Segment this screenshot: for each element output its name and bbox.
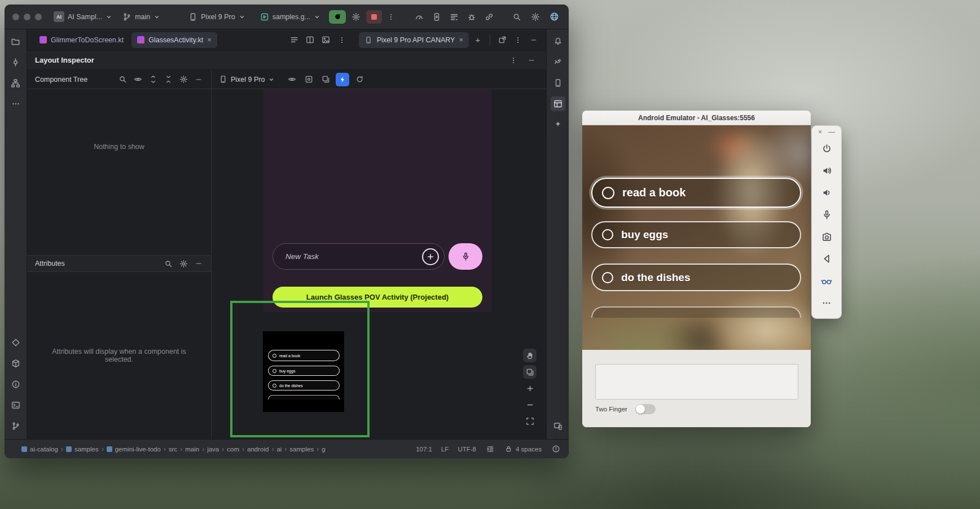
apply-changes-icon[interactable] — [349, 10, 363, 24]
checkbox-circle-icon[interactable] — [602, 187, 614, 199]
panel-kebab-icon[interactable] — [507, 54, 520, 67]
rerun-button[interactable] — [329, 10, 346, 24]
globe-icon[interactable] — [547, 10, 561, 24]
view-options-eye-icon[interactable] — [285, 73, 298, 86]
search-icon[interactable] — [116, 73, 129, 86]
breadcrumb-item[interactable]: com — [226, 446, 240, 453]
preview-image-icon[interactable] — [319, 33, 333, 47]
commit-icon[interactable] — [8, 55, 23, 69]
problems-icon[interactable] — [8, 377, 23, 392]
expand-all-icon[interactable] — [146, 73, 160, 86]
breadcrumb-item[interactable]: samples — [65, 446, 100, 453]
project-widget[interactable]: AI AI Sampl... — [51, 8, 115, 25]
snapshot-icon[interactable] — [302, 73, 315, 86]
running-devices-icon[interactable] — [551, 419, 565, 433]
device-explorer-icon[interactable] — [430, 10, 443, 24]
add-task-button[interactable] — [422, 248, 439, 265]
breadcrumb-item[interactable]: ai-catalog — [20, 446, 59, 453]
process-selector[interactable]: Pixel 9 Pro — [218, 73, 275, 86]
minimize-window-button[interactable] — [24, 14, 30, 20]
structure-icon[interactable] — [8, 76, 23, 90]
breadcrumb-item[interactable]: android — [246, 446, 270, 453]
indent-widget[interactable]: 4 spaces — [504, 445, 542, 453]
terminal-icon[interactable] — [8, 398, 23, 413]
settings-gear-icon[interactable] — [529, 10, 542, 24]
error-indicator-icon[interactable] — [551, 444, 561, 454]
services-icon[interactable] — [8, 335, 23, 350]
emulator-titlebar[interactable]: Android Emulator - AI_Glasses:5556 — [582, 111, 811, 125]
breadcrumb-item[interactable]: ai — [275, 446, 283, 453]
version-control-icon[interactable] — [8, 419, 23, 433]
zoom-in-icon[interactable] — [523, 381, 537, 395]
checkbox-circle-icon[interactable] — [602, 272, 613, 283]
breadcrumb-item[interactable]: main — [184, 446, 200, 453]
refresh-icon[interactable] — [353, 73, 366, 86]
close-window-button[interactable] — [12, 14, 19, 20]
breadcrumb-item[interactable]: g — [320, 446, 326, 453]
notifications-bell-icon[interactable] — [551, 34, 565, 49]
hide-tree-icon[interactable] — [192, 73, 205, 86]
gradle-icon[interactable] — [551, 55, 565, 69]
close-tab-icon[interactable]: × — [207, 36, 212, 43]
component-tree-panel[interactable]: Nothing to show — [27, 89, 211, 255]
minimize-icon[interactable]: — — [828, 128, 835, 136]
run-options-kebab-icon[interactable] — [384, 10, 398, 24]
filter-eye-icon[interactable] — [131, 73, 144, 86]
power-button-icon[interactable] — [816, 138, 837, 160]
tree-settings-gear-icon[interactable] — [177, 73, 190, 86]
gemini-assistant-icon[interactable] — [551, 117, 565, 132]
vcs-branch-widget[interactable]: main — [120, 8, 163, 25]
close-device-tab-icon[interactable]: × — [459, 36, 463, 43]
two-finger-toggle[interactable] — [635, 404, 656, 414]
run-configuration-widget[interactable]: samples.g... — [257, 8, 323, 25]
breadcrumb-item[interactable]: java — [206, 446, 220, 453]
checkbox-circle-icon[interactable] — [602, 229, 613, 240]
todo-item[interactable]: buy eggs — [591, 221, 801, 248]
zoom-window-button[interactable] — [35, 14, 42, 20]
split-editor-icon[interactable] — [304, 33, 317, 47]
device-manager-icon[interactable] — [551, 76, 565, 90]
new-task-input[interactable]: New Task — [273, 243, 445, 270]
close-icon[interactable]: × — [818, 128, 822, 136]
camera-icon[interactable] — [816, 226, 837, 248]
glasses-pov-view[interactable]: read a book buy eggs do the dishes — [582, 125, 811, 350]
running-device-tab[interactable]: Pixel 9 Pro API CANARY × — [359, 32, 469, 48]
layers-icon[interactable] — [523, 365, 537, 379]
layout-inspector-icon[interactable] — [551, 96, 565, 111]
phone-main-display[interactable]: New Task Launch Glasses POV Activity (Pr… — [263, 89, 491, 312]
hide-attributes-icon[interactable] — [192, 257, 205, 270]
hide-devices-icon[interactable] — [527, 33, 540, 47]
collapse-all-icon[interactable] — [161, 73, 175, 86]
microphone-icon[interactable] — [816, 204, 837, 226]
smart-glasses-icon[interactable] — [816, 270, 837, 292]
zoom-to-fit-icon[interactable] — [523, 414, 537, 428]
encoding-widget[interactable]: UTF-8 — [458, 446, 476, 453]
voice-input-button[interactable] — [449, 243, 482, 270]
devices-kebab-icon[interactable] — [511, 33, 525, 47]
search-icon[interactable] — [161, 257, 175, 270]
open-in-window-icon[interactable] — [495, 33, 509, 47]
zoom-out-icon[interactable] — [523, 398, 537, 411]
tab-glassesactivity[interactable]: GlassesActivity.kt × — [131, 32, 217, 48]
hide-panel-icon[interactable] — [525, 54, 538, 67]
build-icon[interactable] — [8, 356, 23, 371]
more-options-icon[interactable] — [816, 292, 837, 314]
add-device-tab-icon[interactable]: + — [471, 33, 485, 47]
live-updates-toggle[interactable] — [336, 73, 349, 86]
todo-item[interactable]: do the dishes — [591, 264, 801, 291]
device-mirror-area[interactable]: New Task Launch Glasses POV Activity (Pr… — [212, 89, 546, 439]
line-ending-widget[interactable]: LF — [441, 446, 449, 453]
indent-guide-icon[interactable] — [485, 444, 495, 454]
breadcrumb-item[interactable]: src — [168, 446, 178, 453]
target-device-widget[interactable]: Pixel 9 Pro — [186, 8, 248, 25]
app-inspection-icon[interactable] — [465, 10, 478, 24]
layers-capture-icon[interactable] — [319, 73, 332, 86]
caret-position-widget[interactable]: 107:1 — [416, 446, 432, 453]
editor-kebab-icon[interactable] — [335, 33, 349, 47]
tab-glimmertodoscreen[interactable]: GlimmerToDoScreen.kt — [34, 32, 129, 48]
attributes-gear-icon[interactable] — [177, 257, 190, 270]
pan-hand-icon[interactable] — [523, 349, 537, 362]
profiler-icon[interactable] — [412, 10, 426, 24]
editor-list-icon[interactable] — [288, 33, 301, 47]
touchpad-area[interactable] — [595, 364, 798, 400]
